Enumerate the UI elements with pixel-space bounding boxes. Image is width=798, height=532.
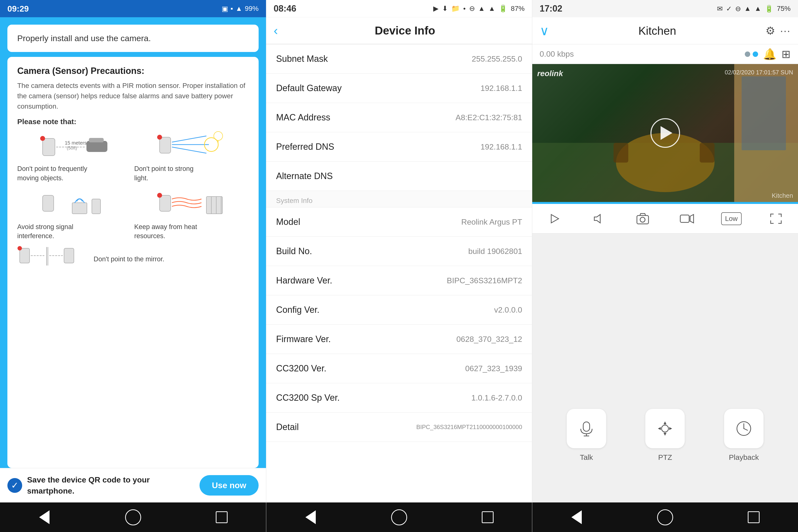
back-icon-nav-panel3 bbox=[571, 510, 582, 524]
signal-diagram-svg bbox=[40, 189, 109, 219]
recent-button-nav-panel2[interactable] bbox=[479, 509, 496, 526]
svg-point-25 bbox=[18, 246, 22, 250]
back-button-panel1[interactable] bbox=[36, 509, 53, 526]
dot2 bbox=[753, 52, 758, 57]
nav-bar-panel2 bbox=[266, 502, 532, 532]
home-icon-panel1 bbox=[125, 509, 141, 525]
back-icon-panel1 bbox=[39, 510, 50, 524]
device-info-list: Subnet Mask 255.255.255.0 Default Gatewa… bbox=[266, 44, 532, 502]
info-row-model: Model Reolink Argus PT bbox=[266, 207, 532, 237]
cc3200-label: CC3200 Ver. bbox=[276, 363, 326, 374]
playback-button[interactable]: Playback bbox=[724, 409, 763, 461]
home-button-nav-panel3[interactable] bbox=[657, 509, 673, 526]
precaution-item-signal: Avoid strong signalinterference. bbox=[17, 188, 132, 241]
more-options-icon[interactable]: ··· bbox=[780, 25, 791, 37]
recent-icon-panel1 bbox=[216, 511, 228, 523]
build-value: build 19062801 bbox=[468, 247, 522, 256]
gear-icon[interactable]: ⚙ bbox=[765, 24, 775, 37]
home-button-panel1[interactable] bbox=[125, 509, 141, 526]
reolink-logo: reolink bbox=[537, 69, 563, 78]
use-now-button[interactable]: Use now bbox=[200, 475, 259, 496]
model-value: Reolink Argus PT bbox=[461, 217, 522, 227]
detail-value: BIPC_36S3216MPT2110000000100000 bbox=[416, 424, 522, 431]
battery-icon3: 🔋 bbox=[765, 5, 773, 13]
grid-icon[interactable]: ⊞ bbox=[781, 48, 791, 60]
config-label: Config Ver. bbox=[276, 305, 320, 315]
bell-icon[interactable]: 🔔 bbox=[763, 48, 777, 61]
info-row-mac: MAC Address A8:E2:C1:32:75:81 bbox=[266, 103, 532, 132]
time-panel3: 17:02 bbox=[540, 3, 562, 14]
play-overlay-button[interactable] bbox=[650, 118, 680, 148]
snapshot-icon bbox=[636, 212, 649, 225]
play-button[interactable] bbox=[545, 209, 564, 229]
feed-timestamp: 02/02/2020 17:01:57 SUN bbox=[725, 69, 793, 76]
signal-icon2: ▲ bbox=[489, 5, 495, 13]
svg-rect-39 bbox=[637, 215, 648, 224]
precautions-title: Camera (Sensor) Precautions: bbox=[17, 66, 249, 76]
status-bar-panel2: 08:46 ▶ ⬇ 📁 • ⊖ ▲ ▲ 🔋 87% bbox=[266, 0, 532, 17]
status-icons-panel1: ▣ ▪ ▲ 99% bbox=[222, 5, 259, 13]
toolbar-panel3: ∨ Kitchen ⚙ ··· bbox=[532, 17, 798, 44]
dns1-value: 192.168.1.1 bbox=[480, 142, 522, 151]
svg-marker-49 bbox=[658, 427, 661, 430]
playback-icon-circle bbox=[724, 409, 763, 448]
svg-rect-36 bbox=[742, 76, 786, 150]
build-label: Build No. bbox=[276, 246, 312, 256]
mute-icon bbox=[592, 212, 605, 225]
back-button-nav-panel3[interactable] bbox=[568, 509, 585, 526]
mute-button[interactable] bbox=[589, 209, 608, 229]
detail-label: Detail bbox=[276, 422, 299, 432]
connection-dots bbox=[745, 52, 758, 57]
ptz-button[interactable]: PTZ bbox=[645, 409, 685, 461]
mirror-diagram-svg bbox=[17, 246, 86, 270]
recent-icon-nav-panel2 bbox=[482, 511, 494, 523]
recent-button-panel1[interactable] bbox=[213, 509, 230, 526]
fullscreen-button[interactable] bbox=[766, 209, 786, 229]
svg-point-19 bbox=[157, 193, 162, 198]
svg-rect-15 bbox=[43, 195, 54, 211]
ptz-icon-circle bbox=[645, 409, 685, 448]
back-button-nav-panel2[interactable] bbox=[302, 509, 319, 526]
battery-level: 99% bbox=[245, 5, 259, 13]
back-button-panel2[interactable]: ‹ bbox=[274, 23, 278, 38]
snapshot-button[interactable] bbox=[633, 209, 652, 229]
info-row-dns1: Preferred DNS 192.168.1.1 bbox=[266, 132, 532, 162]
fullscreen-icon bbox=[769, 212, 783, 225]
menu-icon: • bbox=[463, 5, 466, 13]
recent-button-nav-panel3[interactable] bbox=[745, 509, 762, 526]
hw-value: BIPC_36S3216MPT2 bbox=[447, 276, 522, 285]
svg-rect-33 bbox=[613, 143, 628, 163]
blue-accent-bar bbox=[532, 202, 798, 204]
precaution-item-heat: Keep away from heatresources. bbox=[134, 188, 249, 241]
diagram-distance: 15 meters (50ft) bbox=[17, 130, 132, 162]
quality-button[interactable]: Low bbox=[721, 212, 742, 225]
svg-marker-50 bbox=[669, 427, 672, 430]
hw-label: Hardware Ver. bbox=[276, 276, 332, 286]
diagram-heat bbox=[134, 188, 249, 220]
record-button[interactable] bbox=[677, 209, 697, 229]
check-icon-status: ✓ bbox=[726, 5, 732, 13]
info-row-subnet: Subnet Mask 255.255.255.0 bbox=[266, 44, 532, 74]
status-icons-panel3: ✉ ✓ ⊖ ▲ ▲ 🔋 75% bbox=[717, 5, 791, 13]
precaution-label-mirror: Don't point to the mirror. bbox=[94, 255, 164, 264]
info-row-cc3200sp: CC3200 Sp Ver. 1.0.1.6-2.7.0.0 bbox=[266, 383, 532, 413]
home-button-nav-panel2[interactable] bbox=[391, 509, 407, 526]
record-icon bbox=[679, 212, 694, 225]
precaution-item-distance: 15 meters (50ft) Don't point to frequent… bbox=[17, 130, 132, 183]
panel-kitchen-camera: 17:02 ✉ ✓ ⊖ ▲ ▲ 🔋 75% ∨ Kitchen ⚙ ··· 0.… bbox=[532, 0, 798, 532]
info-row-build: Build No. build 19062801 bbox=[266, 237, 532, 266]
chevron-down-icon[interactable]: ∨ bbox=[540, 23, 549, 38]
svg-line-11 bbox=[172, 147, 206, 153]
check-icon: ✓ bbox=[7, 478, 22, 493]
talk-button[interactable]: Talk bbox=[567, 409, 606, 461]
camera-feed[interactable]: reolink 02/02/2020 17:01:57 SUN Kitchen bbox=[532, 64, 798, 202]
subnet-value: 255.255.255.0 bbox=[472, 54, 522, 63]
svg-point-40 bbox=[640, 217, 645, 222]
cc3200sp-label: CC3200 Sp Ver. bbox=[276, 393, 340, 403]
feed-camera-label: Kitchen bbox=[772, 192, 793, 200]
svg-rect-7 bbox=[159, 137, 171, 153]
minus-icon3: ⊖ bbox=[735, 5, 741, 13]
precautions-desc: The camera detects events with a PIR mot… bbox=[17, 80, 249, 112]
svg-rect-43 bbox=[583, 422, 590, 431]
svg-rect-24 bbox=[20, 248, 30, 263]
